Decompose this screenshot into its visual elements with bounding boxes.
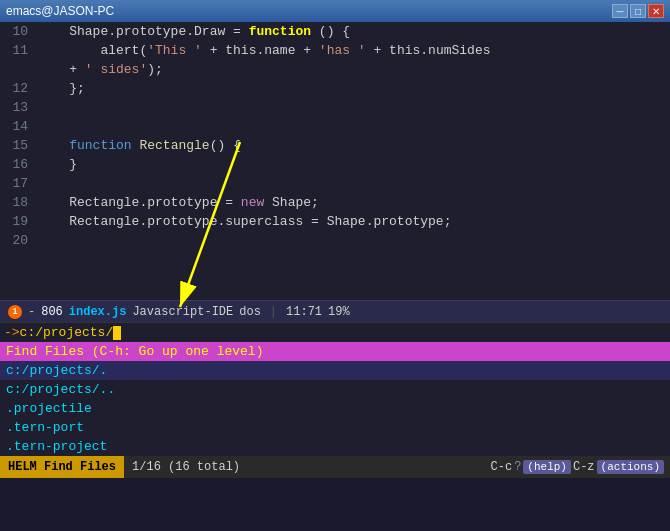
code-token: alert(: [38, 43, 147, 58]
helm-input-line[interactable]: -> c:/projects/: [0, 322, 670, 342]
code-line: 17: [0, 174, 670, 193]
line-content: alert('This ' + this.name + 'has ' + thi…: [38, 41, 491, 60]
code-token: [38, 138, 69, 153]
helm-list-item[interactable]: c:/projects/.: [0, 361, 670, 380]
maximize-button[interactable]: □: [630, 4, 646, 18]
line-number: 14: [0, 117, 38, 136]
helm-label: HELM Find Files: [0, 456, 124, 478]
close-button[interactable]: ✕: [648, 4, 664, 18]
code-token: Rectangle.prototype.superclass = Shape.p…: [38, 214, 451, 229]
code-token: );: [147, 62, 163, 77]
code-token: +: [38, 62, 85, 77]
helm-action-help[interactable]: (help): [523, 460, 571, 474]
line-number: 12: [0, 79, 38, 98]
line-number: 17: [0, 174, 38, 193]
helm-key-sep1: ?: [514, 460, 521, 474]
line-number: 19: [0, 212, 38, 231]
code-line: 15 function Rectangle() {: [0, 136, 670, 155]
helm-count: 1/16 (16 total): [124, 460, 248, 474]
code-line: + ' sides');: [0, 60, 670, 79]
input-prompt: ->: [4, 325, 20, 340]
helm-key-cc: C-c: [491, 460, 513, 474]
line-content: };: [38, 79, 85, 98]
helm-list-item[interactable]: .projectile: [0, 399, 670, 418]
title-text: emacs@JASON-PC: [6, 4, 114, 18]
code-line: 12 };: [0, 79, 670, 98]
code-line: 13: [0, 98, 670, 117]
line-number: 11: [0, 41, 38, 60]
code-line: 10 Shape.prototype.Draw = function () {: [0, 22, 670, 41]
line-content: Rectangle.prototype.superclass = Shape.p…: [38, 212, 451, 231]
code-token: function: [69, 138, 131, 153]
line-content: }: [38, 155, 77, 174]
status-separator: |: [270, 305, 277, 319]
code-token: + this.numSides: [366, 43, 491, 58]
line-content: Rectangle.prototype = new Shape;: [38, 193, 319, 212]
code-token: 'This ': [147, 43, 202, 58]
code-line: 18 Rectangle.prototype = new Shape;: [0, 193, 670, 212]
status-bar: 1 - 806 index.js Javascript-IDE dos | 11…: [0, 300, 670, 322]
cursor-position: 11:71: [286, 305, 322, 319]
line-content: Shape.prototype.Draw = function () {: [38, 22, 350, 41]
code-token: () {: [210, 138, 241, 153]
status-indicator: 1: [8, 305, 22, 319]
code-token: new: [241, 195, 264, 210]
line-number: 15: [0, 136, 38, 155]
line-content: + ' sides');: [38, 60, 163, 79]
helm-key-cz: C-z: [573, 460, 595, 474]
helm-list-item[interactable]: .tern-port: [0, 418, 670, 437]
input-path: c:/projects/: [20, 325, 114, 340]
code-editor: 10 Shape.prototype.Draw = function () {1…: [0, 22, 670, 300]
helm-list: Find Files (C-h: Go up one level)c:/proj…: [0, 342, 670, 456]
code-token: function: [249, 24, 311, 39]
code-token: }: [38, 157, 77, 172]
line-number: 16: [0, 155, 38, 174]
code-line: 20: [0, 231, 670, 250]
line-count: 806: [41, 305, 63, 319]
cursor: [113, 326, 121, 340]
code-token: Shape;: [264, 195, 319, 210]
line-content: function Rectangle() {: [38, 136, 241, 155]
helm-list-item[interactable]: c:/projects/..: [0, 380, 670, 399]
helm-bar: HELM Find Files 1/16 (16 total) C-c ? (h…: [0, 456, 670, 478]
helm-action-actions[interactable]: (actions): [597, 460, 664, 474]
helm-keybindings: C-c ? (help) C-z (actions): [491, 460, 670, 474]
code-line: 11 alert('This ' + this.name + 'has ' + …: [0, 41, 670, 60]
mode: Javascript-IDE: [132, 305, 233, 319]
code-line: 14: [0, 117, 670, 136]
window-controls[interactable]: ─ □ ✕: [612, 4, 664, 18]
line-number: 10: [0, 22, 38, 41]
helm-list-item[interactable]: .tern-project: [0, 437, 670, 456]
line-number: 20: [0, 231, 38, 250]
code-token: Rectangle: [139, 138, 209, 153]
code-token: };: [38, 81, 85, 96]
code-token: Shape.prototype.Draw =: [38, 24, 249, 39]
code-token: + this.name +: [202, 43, 319, 58]
input-area: -> c:/projects/: [0, 322, 670, 342]
line-ending: dos: [239, 305, 261, 319]
code-line: 19 Rectangle.prototype.superclass = Shap…: [0, 212, 670, 231]
scroll-percent: 19%: [328, 305, 350, 319]
line-number: 13: [0, 98, 38, 117]
line-number: 18: [0, 193, 38, 212]
code-line: 16 }: [0, 155, 670, 174]
status-dash: -: [28, 305, 35, 319]
code-token: () {: [311, 24, 350, 39]
code-token: ' sides': [85, 62, 147, 77]
code-token: Rectangle.prototype =: [38, 195, 241, 210]
filename: index.js: [69, 305, 127, 319]
helm-list-item[interactable]: Find Files (C-h: Go up one level): [0, 342, 670, 361]
minimize-button[interactable]: ─: [612, 4, 628, 18]
code-token: 'has ': [319, 43, 366, 58]
title-bar: emacs@JASON-PC ─ □ ✕: [0, 0, 670, 22]
